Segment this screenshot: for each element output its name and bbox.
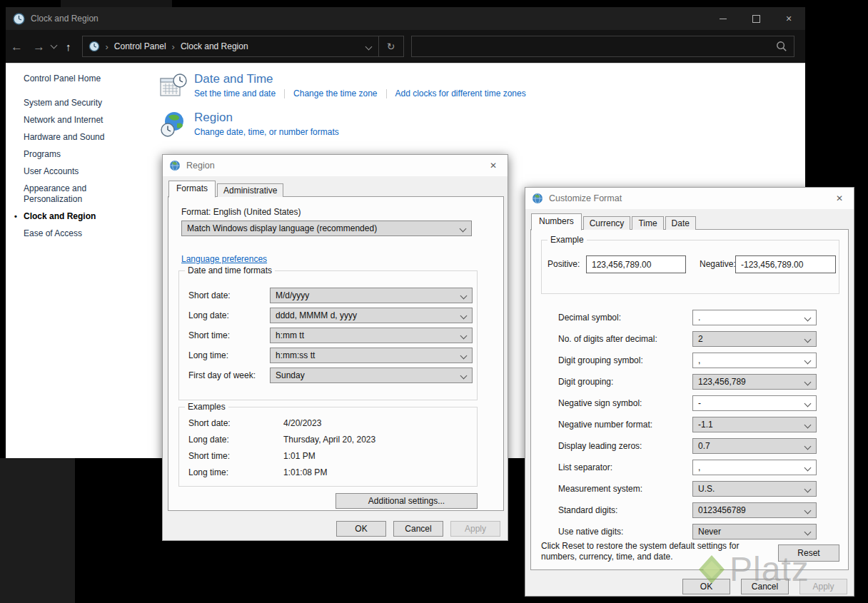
digit-grouping-symbol-label: Digit grouping symbol:: [558, 353, 643, 368]
digit-grouping-select[interactable]: 123,456,789: [692, 374, 817, 390]
date-time-formats-group: Date and time formats Short date: M/d/yy…: [178, 270, 478, 400]
desktop: Clock and Region ✕ ← → ↑ › Control Panel…: [0, 0, 868, 603]
chevron-down-icon: [804, 465, 812, 472]
close-button[interactable]: ✕: [772, 7, 805, 30]
example-group: Example Positive: 123,456,789.00 Negativ…: [541, 240, 839, 294]
active-bullet-icon: •: [14, 211, 17, 222]
change-formats-link[interactable]: Change date, time, or number formats: [194, 127, 339, 137]
breadcrumb-clock-and-region[interactable]: Clock and Region: [181, 41, 248, 51]
list-separator-label: List separator:: [558, 460, 612, 475]
sidebar-item-system-and-security[interactable]: System and Security: [24, 98, 131, 108]
refresh-button[interactable]: ↻: [378, 36, 403, 56]
tab-numbers[interactable]: Numbers: [531, 213, 582, 230]
region-cancel-button[interactable]: Cancel: [393, 521, 443, 537]
negative-label: Negative:: [700, 255, 736, 273]
change-time-zone-link[interactable]: Change the time zone: [293, 88, 377, 98]
sidebar-item-hardware-and-sound[interactable]: Hardware and Sound: [24, 132, 131, 143]
back-button[interactable]: ←: [6, 41, 28, 53]
example-short-time-label: Short time:: [188, 448, 230, 464]
short-date-label: Short date:: [188, 288, 231, 303]
sidebar-item-network-and-internet[interactable]: Network and Internet: [24, 115, 131, 126]
customize-apply-button[interactable]: Apply: [799, 579, 847, 594]
address-bar[interactable]: › Control Panel › Clock and Region ↻: [82, 36, 404, 57]
region-apply-button[interactable]: Apply: [450, 521, 500, 537]
digits-after-decimal-select[interactable]: 2: [692, 331, 817, 347]
window-titlebar: Clock and Region ✕: [6, 7, 805, 30]
chevron-down-icon: [804, 422, 812, 429]
standard-digits-select[interactable]: 0123456789: [692, 502, 817, 518]
region-link[interactable]: Region: [194, 111, 339, 125]
minimize-icon: [720, 19, 727, 19]
reset-button[interactable]: Reset: [778, 544, 839, 562]
desktop-remnant: [0, 458, 75, 603]
positive-example-box: 123,456,789.00: [586, 255, 686, 273]
chevron-down-icon: [804, 400, 812, 407]
use-native-digits-label: Use native digits:: [558, 524, 623, 539]
customize-dialog-titlebar: Customize Format ✕: [525, 188, 854, 209]
region-dialog-close-button[interactable]: ✕: [479, 155, 508, 176]
search-box[interactable]: [411, 36, 794, 57]
long-date-select[interactable]: dddd, MMMM d, yyyy: [270, 308, 473, 323]
region-ok-button[interactable]: OK: [336, 521, 386, 537]
digit-grouping-symbol-select[interactable]: ,: [692, 353, 817, 368]
history-chevron-icon[interactable]: [51, 42, 58, 49]
sidebar: Control Panel Home System and Security N…: [6, 64, 158, 458]
tab-administrative[interactable]: Administrative: [217, 183, 283, 197]
set-time-and-date-link[interactable]: Set the time and date: [194, 88, 276, 98]
customize-ok-button[interactable]: OK: [682, 579, 730, 594]
breadcrumb-control-panel[interactable]: Control Panel: [114, 41, 166, 51]
tab-time[interactable]: Time: [632, 216, 663, 230]
list-separator-select[interactable]: ,: [692, 460, 817, 475]
search-input[interactable]: [418, 41, 776, 52]
maximize-button[interactable]: [740, 7, 772, 30]
forward-button[interactable]: →: [28, 41, 50, 53]
sidebar-item-user-accounts[interactable]: User Accounts: [24, 166, 131, 177]
date-and-time-section: Date and Time Set the time and date Chan…: [158, 72, 805, 99]
short-date-select[interactable]: M/d/yyyy: [270, 288, 473, 303]
measurement-system-select[interactable]: U.S.: [692, 481, 817, 497]
link-divider: [284, 89, 285, 98]
tab-formats[interactable]: Formats: [168, 181, 216, 198]
region-dialog: Region ✕ Formats Administrative Format: …: [162, 154, 508, 541]
long-time-select[interactable]: h:mm:ss tt: [270, 348, 473, 363]
region-section: Region Change date, time, or number form…: [158, 111, 805, 138]
short-date-value: M/d/yyyy: [276, 290, 309, 300]
decimal-symbol-select[interactable]: .: [692, 310, 817, 325]
short-time-select[interactable]: h:mm tt: [270, 328, 473, 343]
positive-label: Positive:: [547, 255, 580, 273]
up-button[interactable]: ↑: [61, 41, 76, 53]
chevron-down-icon: [804, 336, 812, 343]
date-time-formats-group-title: Date and time formats: [185, 265, 275, 275]
language-preferences-link[interactable]: Language preferences: [181, 254, 267, 264]
sidebar-item-programs[interactable]: Programs: [24, 149, 131, 160]
example-short-date-label: Short date:: [188, 415, 231, 431]
example-short-time-value: 1:01 PM: [283, 448, 316, 464]
negative-number-format-select[interactable]: -1.1: [692, 417, 817, 432]
add-clocks-link[interactable]: Add clocks for different time zones: [395, 88, 526, 98]
breadcrumb-separator-icon: ›: [106, 41, 108, 52]
example-long-date-value: Thursday, April 20, 2023: [283, 432, 375, 447]
sidebar-item-clock-and-region[interactable]: • Clock and Region: [24, 211, 131, 222]
tab-date[interactable]: Date: [665, 216, 696, 230]
customize-dialog-close-button[interactable]: ✕: [825, 188, 854, 209]
globe-icon: [532, 193, 543, 204]
chevron-down-icon: [804, 507, 812, 515]
sidebar-item-appearance-and-personalization[interactable]: Appearance and Personalization: [24, 183, 131, 205]
customize-cancel-button[interactable]: Cancel: [741, 579, 789, 594]
negative-sign-symbol-select[interactable]: -: [692, 395, 817, 411]
tab-currency[interactable]: Currency: [583, 216, 631, 230]
minimize-button[interactable]: [707, 7, 740, 30]
first-day-select[interactable]: Sunday: [270, 368, 473, 383]
date-and-time-link[interactable]: Date and Time: [194, 72, 526, 86]
sidebar-item-ease-of-access[interactable]: Ease of Access: [24, 228, 131, 239]
address-dropdown-button[interactable]: [359, 41, 378, 51]
format-select[interactable]: Match Windows display language (recommen…: [181, 221, 472, 236]
display-leading-zeros-select[interactable]: 0.7: [692, 438, 817, 454]
digits-after-decimal-value: 2: [698, 334, 703, 344]
sidebar-item-control-panel-home[interactable]: Control Panel Home: [24, 74, 158, 83]
use-native-digits-select[interactable]: Never: [692, 524, 817, 539]
measurement-system-label: Measurement system:: [558, 481, 642, 497]
numbers-tab-page: Example Positive: 123,456,789.00 Negativ…: [530, 229, 849, 570]
additional-settings-button[interactable]: Additional settings...: [335, 493, 478, 509]
reset-description: Click Reset to restore the system defaul…: [541, 541, 760, 562]
